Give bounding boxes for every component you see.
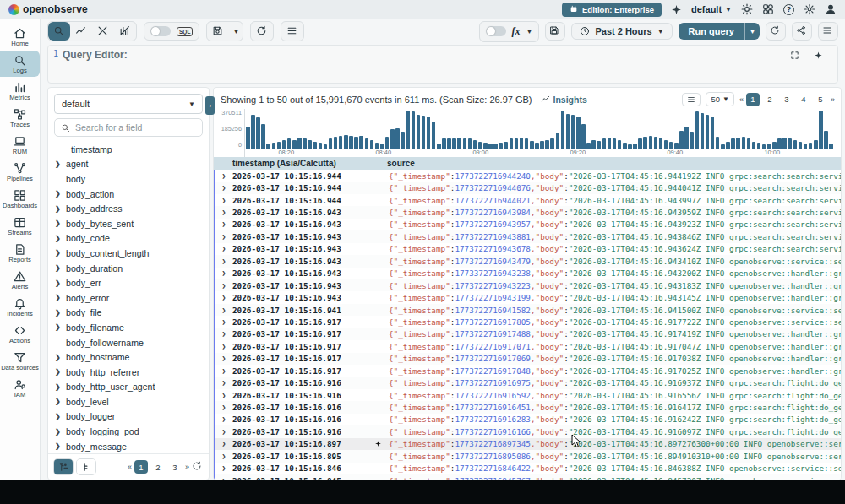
page-button-3[interactable]: 3 bbox=[780, 93, 793, 106]
histogram-bar[interactable] bbox=[752, 142, 756, 149]
save-search-button[interactable] bbox=[207, 22, 229, 41]
sql-mode-toggle[interactable] bbox=[150, 26, 171, 36]
histogram-bar[interactable] bbox=[701, 113, 705, 149]
expand-chevron-icon[interactable]: ❯ bbox=[55, 309, 62, 317]
table-row[interactable]: ❯2026-03-17 10:15:16.943{"_timestamp":17… bbox=[215, 206, 841, 218]
histogram-bar[interactable] bbox=[674, 143, 679, 149]
field-item-body_err[interactable]: ❯ body_err bbox=[48, 275, 209, 290]
table-row[interactable]: ❯2026-03-17 10:15:16.944{"_timestamp":17… bbox=[215, 182, 841, 193]
expand-chevron-icon[interactable]: ❯ bbox=[55, 398, 62, 405]
table-row[interactable]: ❯2026-03-17 10:15:16.846{"_timestamp":17… bbox=[215, 463, 841, 474]
expand-row-icon[interactable]: ❯ bbox=[215, 355, 232, 362]
histogram-bar[interactable] bbox=[561, 111, 565, 149]
field-item-body_error[interactable]: ❯ body_error bbox=[48, 290, 209, 306]
field-item-body_code[interactable]: ❯ body_code bbox=[48, 231, 209, 247]
histogram-bar[interactable] bbox=[545, 140, 549, 149]
apps-icon[interactable] bbox=[762, 3, 774, 15]
histogram-bar[interactable] bbox=[736, 138, 740, 149]
source-column-header[interactable]: source bbox=[387, 159, 841, 168]
field-item-_timestamp[interactable]: _timestamp bbox=[48, 142, 209, 157]
histogram-bar[interactable] bbox=[515, 138, 519, 149]
histogram-bar[interactable] bbox=[447, 138, 451, 149]
sidebar-item-reports[interactable]: Reports bbox=[0, 240, 40, 266]
histogram-bar[interactable] bbox=[669, 142, 673, 149]
histogram-bar[interactable] bbox=[613, 138, 617, 149]
stream-selector[interactable]: default ▼ bbox=[54, 94, 203, 114]
expand-chevron-icon[interactable]: ❯ bbox=[55, 323, 62, 331]
histogram-bar[interactable] bbox=[354, 137, 358, 149]
histogram-bar[interactable] bbox=[793, 140, 798, 149]
histogram-bar[interactable] bbox=[422, 116, 426, 149]
field-item-body_message[interactable]: ❯ body_message bbox=[48, 439, 209, 453]
table-row[interactable]: ❯2026-03-17 10:15:16.944{"_timestamp":17… bbox=[215, 170, 841, 182]
histogram-bar[interactable] bbox=[473, 140, 477, 149]
histogram-bar[interactable] bbox=[452, 138, 456, 149]
histogram-bar[interactable] bbox=[782, 138, 787, 149]
histogram-bar[interactable] bbox=[659, 138, 663, 149]
sidebar-item-traces[interactable]: Traces bbox=[0, 105, 40, 131]
histogram-bar[interactable] bbox=[566, 114, 570, 149]
histogram-bar[interactable] bbox=[550, 138, 554, 149]
expand-row-icon[interactable]: ❯ bbox=[215, 343, 232, 350]
histogram-bar[interactable] bbox=[643, 137, 647, 149]
table-row[interactable]: ❯2026-03-17 10:15:16.943{"_timestamp":17… bbox=[215, 291, 841, 303]
user-profile-icon[interactable] bbox=[825, 3, 837, 15]
histogram-bar[interactable] bbox=[365, 138, 369, 149]
expand-row-icon[interactable]: ❯ bbox=[215, 477, 232, 480]
histogram-bar[interactable] bbox=[824, 131, 828, 149]
expand-chevron-icon[interactable]: ❯ bbox=[55, 160, 62, 168]
share-button[interactable] bbox=[792, 22, 812, 41]
histogram-bar[interactable] bbox=[664, 140, 668, 149]
histogram-bar[interactable] bbox=[406, 111, 410, 149]
expand-chevron-icon[interactable]: ❯ bbox=[55, 294, 62, 301]
histogram-bar[interactable] bbox=[726, 142, 730, 149]
expand-row-icon[interactable]: ❯ bbox=[215, 428, 232, 436]
histogram-bar[interactable] bbox=[757, 143, 761, 149]
expand-row-icon[interactable]: ❯ bbox=[215, 282, 232, 290]
histogram-bar[interactable] bbox=[463, 138, 467, 149]
expand-chevron-icon[interactable]: ❯ bbox=[55, 354, 62, 361]
table-row[interactable]: ❯2026-03-17 10:15:16.895{"_timestamp":17… bbox=[215, 450, 841, 462]
histogram-bar[interactable] bbox=[742, 137, 746, 149]
histogram-bar[interactable] bbox=[287, 138, 292, 149]
histogram-bar[interactable] bbox=[349, 136, 353, 149]
table-row[interactable]: ❯2026-03-17 10:15:16.917{"_timestamp":17… bbox=[215, 316, 841, 328]
table-row[interactable]: ❯2026-03-17 10:15:16.916{"_timestamp":17… bbox=[215, 425, 841, 437]
histogram-bar[interactable] bbox=[297, 138, 302, 149]
histogram-bar[interactable] bbox=[799, 142, 803, 149]
histogram-bar[interactable] bbox=[711, 117, 715, 149]
histogram-bar[interactable] bbox=[499, 143, 503, 149]
table-row[interactable]: ❯2026-03-17 10:15:16.917{"_timestamp":17… bbox=[215, 340, 841, 352]
field-item-body_logging_pod[interactable]: ❯ body_logging_pod bbox=[48, 424, 209, 439]
expand-row-icon[interactable]: ❯ bbox=[215, 184, 232, 192]
query-editor[interactable]: 1 Query Editor: bbox=[47, 45, 838, 84]
page-button-1[interactable]: 1 bbox=[746, 93, 760, 106]
expand-row-icon[interactable]: ❯ bbox=[215, 379, 232, 387]
page-button-3[interactable]: 3 bbox=[168, 460, 182, 474]
expand-chevron-icon[interactable]: ❯ bbox=[55, 205, 62, 213]
table-row[interactable]: ❯2026-03-17 10:15:16.943{"_timestamp":17… bbox=[215, 230, 841, 242]
fields-view-toggle-b[interactable] bbox=[77, 459, 95, 474]
table-row[interactable]: ❯2026-03-17 10:15:16.917{"_timestamp":17… bbox=[215, 353, 841, 365]
histogram-bar[interactable] bbox=[510, 138, 514, 149]
expand-row-icon[interactable]: ❯ bbox=[215, 306, 232, 314]
histogram-bar[interactable] bbox=[597, 141, 601, 149]
histogram-bar[interactable] bbox=[777, 138, 782, 149]
page-button-4[interactable]: 4 bbox=[797, 93, 810, 106]
histogram-bar[interactable] bbox=[608, 138, 612, 149]
saved-search-dropdown[interactable]: ▼ bbox=[229, 22, 243, 41]
expand-row-icon[interactable]: ❯ bbox=[215, 172, 232, 180]
histogram-bar[interactable] bbox=[478, 142, 482, 149]
field-item-body_level[interactable]: ❯ body_level bbox=[48, 394, 209, 409]
function-toggle[interactable] bbox=[486, 26, 506, 36]
expand-chevron-icon[interactable]: ❯ bbox=[55, 190, 62, 198]
sparkle-icon[interactable] bbox=[671, 4, 682, 15]
visualize-mode-button[interactable] bbox=[70, 22, 92, 41]
histogram-bar[interactable] bbox=[654, 137, 658, 149]
page-button-5[interactable]: 5 bbox=[814, 93, 827, 106]
histogram-bar[interactable] bbox=[623, 143, 627, 149]
field-item-body_address[interactable]: ❯ body_address bbox=[48, 201, 209, 216]
toolbar-menu-button[interactable] bbox=[281, 22, 303, 41]
histogram-bar[interactable] bbox=[731, 138, 735, 149]
table-row[interactable]: ❯2026-03-17 10:15:16.943{"_timestamp":17… bbox=[215, 243, 841, 255]
